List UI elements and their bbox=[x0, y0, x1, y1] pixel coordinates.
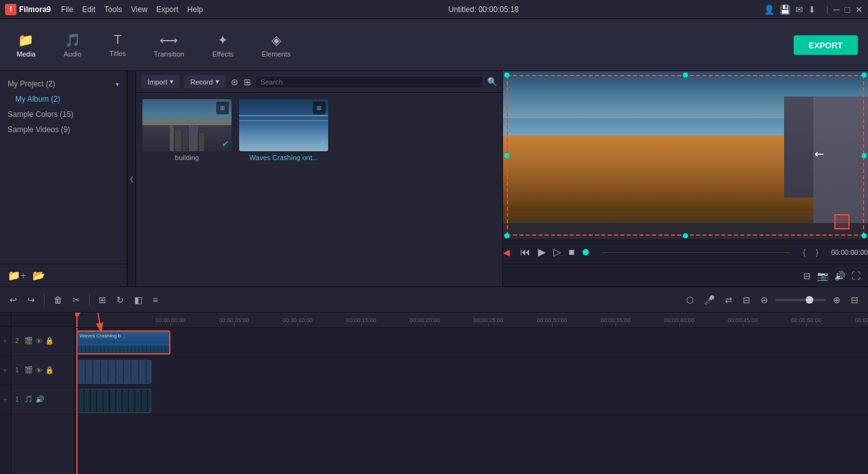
track-settings-btn[interactable]: ⊟ bbox=[848, 293, 862, 307]
volume-icon[interactable]: 🔊 bbox=[834, 271, 845, 281]
media-toolbar: Import ▾ Record ▾ ⊛ ⊞ 🔍 bbox=[136, 71, 502, 93]
grid-view-icon[interactable]: ⊞ bbox=[244, 77, 251, 87]
menu-view[interactable]: View bbox=[131, 5, 148, 14]
collapse-panel-btn[interactable]: ❮ bbox=[127, 71, 136, 287]
tab-effects[interactable]: ✦ Effects bbox=[206, 29, 240, 62]
track-a1-label: 1 bbox=[15, 396, 19, 403]
mid-handle-l[interactable] bbox=[504, 153, 509, 158]
zoom-in-btn[interactable]: ⊕ bbox=[830, 293, 844, 307]
color-btn[interactable]: ◧ bbox=[131, 293, 146, 307]
ruler-line-40 bbox=[679, 323, 680, 327]
track-v1 bbox=[75, 357, 868, 386]
play-full-btn[interactable]: ▷ bbox=[553, 246, 561, 258]
pip-tl-btn[interactable]: ⊟ bbox=[740, 293, 754, 307]
tab-elements[interactable]: ◈ Elements bbox=[255, 29, 297, 62]
sidebar-item-samplecolors[interactable]: Sample Colors (15) bbox=[0, 107, 127, 122]
add-track-a1-btn[interactable]: + bbox=[0, 385, 10, 414]
window-controls: 👤 💾 ✉ ⬇ | ─ □ ✕ bbox=[764, 4, 863, 15]
tab-audio[interactable]: 🎵 Audio bbox=[57, 29, 88, 62]
stop-btn[interactable]: ■ bbox=[568, 247, 575, 258]
play-back-btn[interactable]: ⏮ bbox=[520, 247, 530, 258]
track-v2-lock-icon[interactable]: 🔒 bbox=[45, 337, 54, 345]
mid-handle-b[interactable] bbox=[683, 233, 688, 238]
corner-handle-tr[interactable] bbox=[862, 72, 867, 78]
fullscreen-icon[interactable]: ⛶ bbox=[851, 271, 860, 281]
sidebar-item-samplevideos[interactable]: Sample Videos (9) bbox=[0, 122, 127, 137]
menu-file[interactable]: File bbox=[61, 5, 73, 14]
ruler-line-20 bbox=[425, 323, 425, 327]
ruler-mark-50: 00:00:50:00 bbox=[775, 317, 838, 327]
bracket-right-icon[interactable]: } bbox=[816, 248, 818, 257]
media-item-building[interactable]: ⊞ ✔ building bbox=[142, 99, 231, 161]
preview-progress-bar[interactable] bbox=[602, 251, 790, 253]
track-v2-eye-icon[interactable]: 👁 bbox=[36, 337, 43, 345]
delete-btn[interactable]: 🗑 bbox=[50, 293, 65, 307]
add-track-column: + + + bbox=[0, 313, 11, 474]
export-button[interactable]: EXPORT bbox=[794, 35, 858, 55]
clip-v1[interactable] bbox=[76, 360, 151, 384]
undo-btn[interactable]: ↩ bbox=[6, 293, 20, 307]
mid-handle-t[interactable] bbox=[683, 72, 688, 78]
speed-btn[interactable]: ⊖ bbox=[757, 293, 771, 307]
tab-media[interactable]: 📁 Media bbox=[10, 29, 42, 62]
import-button[interactable]: Import ▾ bbox=[141, 75, 180, 88]
zoom-slider[interactable] bbox=[775, 299, 826, 301]
split-btn[interactable]: ⊞ bbox=[95, 293, 109, 307]
corner-handle-br[interactable] bbox=[862, 233, 867, 238]
mail-icon[interactable]: ✉ bbox=[796, 4, 803, 15]
menu-edit[interactable]: Edit bbox=[82, 5, 95, 14]
pip-icon[interactable]: ⊟ bbox=[803, 271, 811, 281]
menu-export[interactable]: Export bbox=[156, 5, 179, 14]
ruler-mark-5: 00:00:05:00 bbox=[202, 317, 266, 327]
new-folder-icon[interactable]: 📂 bbox=[32, 269, 45, 281]
search-icon[interactable]: 🔍 bbox=[487, 77, 497, 86]
menu-help[interactable]: Help bbox=[188, 5, 203, 14]
tab-transition[interactable]: ⟷ Transition bbox=[148, 29, 191, 62]
audio-eq-btn[interactable]: ≡ bbox=[149, 293, 161, 307]
close-btn[interactable]: ✕ bbox=[855, 4, 863, 15]
user-icon[interactable]: 👤 bbox=[764, 4, 775, 15]
add-track-v2-btn[interactable]: + bbox=[0, 327, 10, 356]
mask-btn[interactable]: ⬡ bbox=[683, 293, 697, 307]
ruler-time-45: 00:00:45:00 bbox=[727, 317, 758, 323]
track-v1-lock-icon[interactable]: 🔒 bbox=[45, 366, 54, 374]
ruler-spacer bbox=[0, 313, 11, 327]
sidebar-item-myalbum[interactable]: My Album (2) bbox=[0, 91, 127, 107]
track-a1-mute-icon[interactable]: 🔊 bbox=[36, 395, 45, 403]
add-track-v1-btn[interactable]: + bbox=[0, 356, 10, 385]
play-btn[interactable]: ▶ bbox=[538, 246, 546, 258]
corner-handle-tl[interactable] bbox=[504, 72, 509, 78]
clip-a1-thumbnail bbox=[77, 389, 151, 412]
cloud-icon[interactable]: 💾 bbox=[780, 4, 790, 15]
clip-waves-v2[interactable]: Waves Crashing b... bbox=[76, 330, 170, 355]
media-item-waves[interactable]: ⊞ ✔ Waves Crashing ont... bbox=[239, 99, 328, 161]
search-input[interactable] bbox=[255, 76, 483, 88]
filter-icon[interactable]: ⊛ bbox=[231, 77, 238, 87]
add-folder-icon[interactable]: 📁+ bbox=[8, 269, 26, 281]
tab-titles[interactable]: T Titles bbox=[103, 29, 132, 61]
restore-btn[interactable]: □ bbox=[845, 4, 850, 15]
minimize-btn[interactable]: ─ bbox=[834, 4, 840, 15]
small-selection-box[interactable] bbox=[834, 214, 850, 229]
corner-handle-bl[interactable] bbox=[504, 233, 509, 238]
ruler-time-40: 00:00:40:00 bbox=[664, 317, 694, 323]
mid-handle-r[interactable] bbox=[862, 153, 867, 158]
download-icon[interactable]: ⬇ bbox=[808, 4, 816, 15]
clip-a1[interactable] bbox=[76, 389, 151, 413]
mic-btn[interactable]: 🎤 bbox=[701, 293, 718, 307]
redo-btn[interactable]: ↪ bbox=[24, 293, 38, 307]
menu-tools[interactable]: Tools bbox=[104, 5, 122, 14]
building-badge: ⊞ bbox=[216, 102, 229, 114]
record-button[interactable]: Record ▾ bbox=[184, 75, 225, 88]
ruler-line-35 bbox=[616, 323, 616, 327]
rotate-btn[interactable]: ↻ bbox=[113, 293, 127, 307]
bracket-left-icon[interactable]: { bbox=[803, 248, 806, 257]
motion-btn[interactable]: ⇄ bbox=[722, 293, 736, 307]
track-v1-eye-icon[interactable]: 👁 bbox=[36, 367, 43, 374]
waves-label: Waves Crashing ont... bbox=[239, 154, 328, 161]
sidebar-item-myproject[interactable]: My Project (2) ▾ bbox=[0, 76, 127, 91]
cut-btn[interactable]: ✂ bbox=[69, 293, 83, 307]
snapshot-icon[interactable]: 📷 bbox=[817, 271, 828, 281]
media-area: Import ▾ Record ▾ ⊛ ⊞ 🔍 bbox=[136, 71, 502, 287]
ruler-time-20: 00:00:20:00 bbox=[410, 317, 440, 323]
